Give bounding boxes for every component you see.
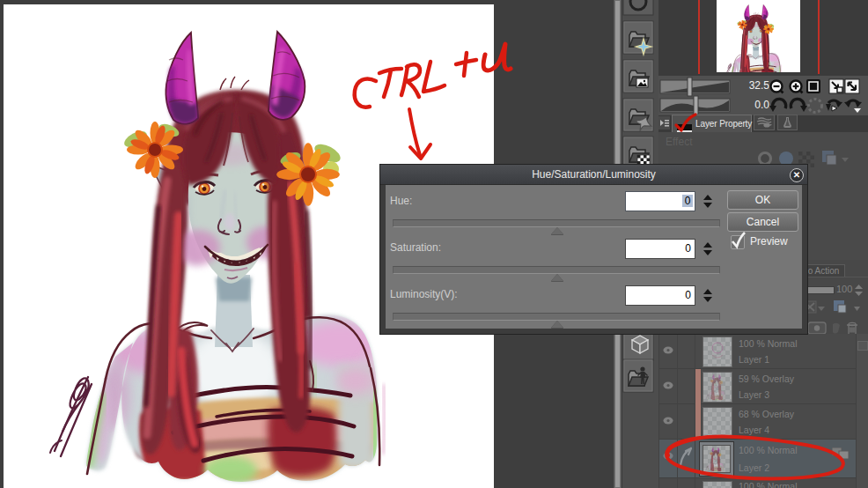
svg-text:0.0: 0.0 bbox=[754, 99, 769, 111]
svg-text:32.5: 32.5 bbox=[749, 79, 770, 92]
